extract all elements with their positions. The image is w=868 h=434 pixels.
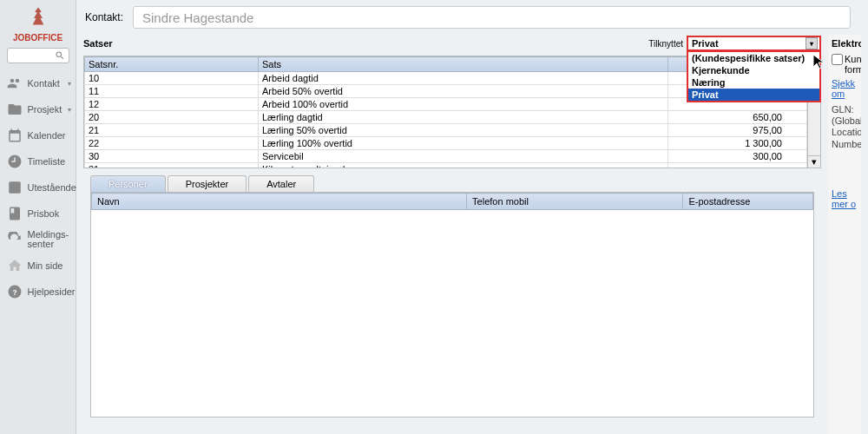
table-row[interactable]: 21Lærling 50% overtid975,00 (85, 124, 807, 137)
people-icon (7, 76, 23, 91)
tilknyttet-dropdown: (Kundespesifikke satser) Kjernekunde Nær… (687, 51, 821, 102)
table-row[interactable]: 20Lærling dagtid650,00 (85, 111, 807, 124)
lesmer-link[interactable]: Les mer o (832, 188, 858, 209)
search-icon (55, 50, 65, 61)
nav-prisbok[interactable]: Prisbok (0, 201, 76, 227)
nav-minside[interactable]: Min side (0, 253, 76, 279)
elektron-heading: Elektron (832, 38, 858, 49)
tilknyttet-label: Tilknyttet (648, 39, 683, 49)
sjekk-link[interactable]: Sjekk om (832, 78, 858, 99)
kontakt-label: Kontakt: (85, 11, 133, 23)
nav-label: Prisbok (28, 208, 76, 219)
logo-icon (25, 5, 51, 31)
main-area: Kontakt: Sindre Hagestande Satser Tilkny… (76, 0, 868, 434)
folder-icon (7, 102, 23, 117)
table-row[interactable]: 22Lærling 100% overtid1 300,00 (85, 137, 807, 150)
nav-label: Kalender (28, 130, 76, 141)
nav-label: Hjelpesider (28, 286, 76, 297)
table-row[interactable]: 30Servicebil300,00 (85, 150, 807, 163)
calendar-icon (7, 128, 23, 143)
col-sats[interactable]: Sats (259, 57, 668, 72)
tabs-panel: Navn Telefon mobil E-postadresse (90, 192, 814, 418)
nav-label: Kontakt (28, 78, 68, 89)
svg-text:?: ? (12, 289, 16, 297)
sidebar: JOBOFFICE Kontakt ▾ Prosjekt ▾ Kalender … (0, 0, 76, 434)
nav-label: Timeliste (28, 156, 76, 167)
caret-icon: ▾ (68, 80, 71, 88)
help-icon: ? (7, 284, 23, 299)
tab-prosjekter[interactable]: Prosjekter (168, 175, 247, 192)
caret-icon: ▾ (68, 106, 71, 114)
dropdown-option[interactable]: Næring (688, 76, 819, 89)
col-navn[interactable]: Navn (92, 194, 467, 210)
col-satsnr[interactable]: Satsnr. (85, 57, 259, 72)
home-icon (7, 258, 23, 273)
nav-kalender[interactable]: Kalender (0, 122, 76, 148)
calculator-icon (7, 180, 23, 195)
kunde-format-checkbox[interactable] (832, 54, 843, 65)
tab-avtaler[interactable]: Avtaler (248, 175, 314, 192)
nav-meldingssenter[interactable]: Meldings- senter (0, 227, 76, 253)
table-row[interactable]: 31Kilometergodtgjørelse (85, 163, 807, 168)
nav-kontakt[interactable]: Kontakt ▾ (0, 70, 76, 96)
dropdown-option[interactable]: Kjernekunde (688, 64, 819, 76)
brand-text: JOBOFFICE (13, 33, 62, 43)
nav-label: Meldings- senter (28, 230, 76, 249)
nav-prosjekt[interactable]: Prosjekt ▾ (0, 96, 76, 122)
chevron-down-icon[interactable]: ▾ (806, 37, 818, 49)
nav-label: Min side (28, 260, 76, 271)
refresh-icon (7, 232, 23, 247)
tab-personer[interactable]: Personer (90, 175, 166, 192)
col-telefon[interactable]: Telefon mobil (467, 194, 683, 210)
dropdown-option[interactable]: Privat (688, 89, 819, 101)
combo-value: Privat (692, 38, 719, 49)
nav-utestaende[interactable]: Utestående (0, 174, 76, 201)
nav-hjelpesider[interactable]: ? Hjelpesider (0, 279, 76, 305)
kunde-format-label: Kunde forma (845, 54, 861, 75)
satser-title: Satser (83, 38, 113, 49)
nav-label: Prosjekt (28, 104, 68, 115)
col-epost[interactable]: E-postadresse (683, 194, 813, 210)
nav-label: Utestående (28, 182, 76, 193)
search-input[interactable] (7, 48, 69, 63)
book-icon (7, 206, 23, 221)
tilknyttet-combo[interactable]: Privat ▾ (Kundespesifikke satser) Kjerne… (687, 36, 821, 51)
kontakt-input[interactable]: Sindre Hagestande (133, 6, 851, 29)
gln-label: GLN:(Global Location Number) (832, 104, 858, 150)
clock-icon (7, 154, 23, 169)
right-panel: Elektron Kunde forma Sjekk om GLN:(Globa… (828, 35, 861, 434)
nav-timeliste[interactable]: Timeliste (0, 148, 76, 174)
dropdown-option[interactable]: (Kundespesifikke satser) (688, 52, 819, 64)
